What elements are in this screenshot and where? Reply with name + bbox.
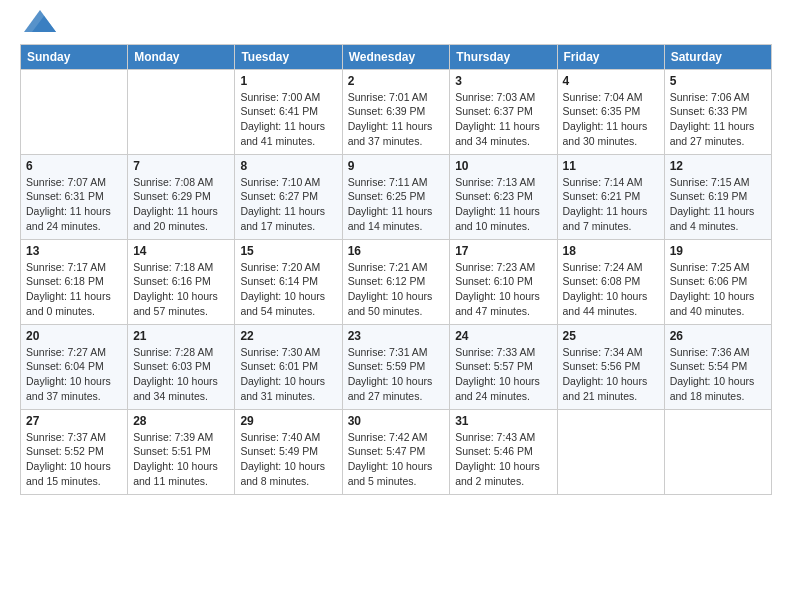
day-info: Sunrise: 7:27 AM Sunset: 6:04 PM Dayligh… [26, 345, 122, 404]
day-number: 5 [670, 74, 766, 88]
calendar-cell: 20Sunrise: 7:27 AM Sunset: 6:04 PM Dayli… [21, 324, 128, 409]
day-number: 27 [26, 414, 122, 428]
day-number: 25 [563, 329, 659, 343]
calendar-cell: 17Sunrise: 7:23 AM Sunset: 6:10 PM Dayli… [450, 239, 557, 324]
weekday-header: Tuesday [235, 44, 342, 69]
weekday-header: Saturday [664, 44, 771, 69]
day-info: Sunrise: 7:06 AM Sunset: 6:33 PM Dayligh… [670, 90, 766, 149]
calendar-cell: 31Sunrise: 7:43 AM Sunset: 5:46 PM Dayli… [450, 409, 557, 494]
day-info: Sunrise: 7:14 AM Sunset: 6:21 PM Dayligh… [563, 175, 659, 234]
day-info: Sunrise: 7:30 AM Sunset: 6:01 PM Dayligh… [240, 345, 336, 404]
day-number: 11 [563, 159, 659, 173]
day-number: 12 [670, 159, 766, 173]
calendar-cell: 4Sunrise: 7:04 AM Sunset: 6:35 PM Daylig… [557, 69, 664, 154]
day-number: 23 [348, 329, 445, 343]
day-number: 13 [26, 244, 122, 258]
day-info: Sunrise: 7:34 AM Sunset: 5:56 PM Dayligh… [563, 345, 659, 404]
calendar-cell: 13Sunrise: 7:17 AM Sunset: 6:18 PM Dayli… [21, 239, 128, 324]
calendar-cell [128, 69, 235, 154]
day-number: 15 [240, 244, 336, 258]
day-info: Sunrise: 7:20 AM Sunset: 6:14 PM Dayligh… [240, 260, 336, 319]
calendar-cell: 26Sunrise: 7:36 AM Sunset: 5:54 PM Dayli… [664, 324, 771, 409]
weekday-header: Monday [128, 44, 235, 69]
day-number: 17 [455, 244, 551, 258]
calendar-cell: 19Sunrise: 7:25 AM Sunset: 6:06 PM Dayli… [664, 239, 771, 324]
calendar-cell [664, 409, 771, 494]
calendar-cell: 16Sunrise: 7:21 AM Sunset: 6:12 PM Dayli… [342, 239, 450, 324]
calendar-cell: 3Sunrise: 7:03 AM Sunset: 6:37 PM Daylig… [450, 69, 557, 154]
calendar-week-row: 1Sunrise: 7:00 AM Sunset: 6:41 PM Daylig… [21, 69, 772, 154]
day-number: 26 [670, 329, 766, 343]
day-info: Sunrise: 7:10 AM Sunset: 6:27 PM Dayligh… [240, 175, 336, 234]
day-number: 4 [563, 74, 659, 88]
day-info: Sunrise: 7:00 AM Sunset: 6:41 PM Dayligh… [240, 90, 336, 149]
day-info: Sunrise: 7:01 AM Sunset: 6:39 PM Dayligh… [348, 90, 445, 149]
day-number: 2 [348, 74, 445, 88]
day-info: Sunrise: 7:24 AM Sunset: 6:08 PM Dayligh… [563, 260, 659, 319]
day-number: 29 [240, 414, 336, 428]
calendar-week-row: 20Sunrise: 7:27 AM Sunset: 6:04 PM Dayli… [21, 324, 772, 409]
calendar-cell: 8Sunrise: 7:10 AM Sunset: 6:27 PM Daylig… [235, 154, 342, 239]
calendar-cell: 29Sunrise: 7:40 AM Sunset: 5:49 PM Dayli… [235, 409, 342, 494]
day-info: Sunrise: 7:40 AM Sunset: 5:49 PM Dayligh… [240, 430, 336, 489]
weekday-header: Thursday [450, 44, 557, 69]
calendar-cell: 2Sunrise: 7:01 AM Sunset: 6:39 PM Daylig… [342, 69, 450, 154]
logo [20, 16, 56, 36]
calendar-cell: 23Sunrise: 7:31 AM Sunset: 5:59 PM Dayli… [342, 324, 450, 409]
day-info: Sunrise: 7:25 AM Sunset: 6:06 PM Dayligh… [670, 260, 766, 319]
day-number: 22 [240, 329, 336, 343]
day-info: Sunrise: 7:21 AM Sunset: 6:12 PM Dayligh… [348, 260, 445, 319]
day-number: 20 [26, 329, 122, 343]
calendar-cell: 7Sunrise: 7:08 AM Sunset: 6:29 PM Daylig… [128, 154, 235, 239]
day-number: 18 [563, 244, 659, 258]
day-number: 24 [455, 329, 551, 343]
calendar-cell: 27Sunrise: 7:37 AM Sunset: 5:52 PM Dayli… [21, 409, 128, 494]
logo-icon [24, 10, 56, 32]
header [20, 16, 772, 36]
calendar-cell: 6Sunrise: 7:07 AM Sunset: 6:31 PM Daylig… [21, 154, 128, 239]
day-info: Sunrise: 7:37 AM Sunset: 5:52 PM Dayligh… [26, 430, 122, 489]
day-number: 19 [670, 244, 766, 258]
calendar-cell: 5Sunrise: 7:06 AM Sunset: 6:33 PM Daylig… [664, 69, 771, 154]
day-number: 14 [133, 244, 229, 258]
calendar-cell: 14Sunrise: 7:18 AM Sunset: 6:16 PM Dayli… [128, 239, 235, 324]
day-number: 16 [348, 244, 445, 258]
day-info: Sunrise: 7:15 AM Sunset: 6:19 PM Dayligh… [670, 175, 766, 234]
calendar-table: SundayMondayTuesdayWednesdayThursdayFrid… [20, 44, 772, 495]
day-info: Sunrise: 7:11 AM Sunset: 6:25 PM Dayligh… [348, 175, 445, 234]
day-info: Sunrise: 7:28 AM Sunset: 6:03 PM Dayligh… [133, 345, 229, 404]
day-info: Sunrise: 7:04 AM Sunset: 6:35 PM Dayligh… [563, 90, 659, 149]
weekday-header: Sunday [21, 44, 128, 69]
calendar-cell: 18Sunrise: 7:24 AM Sunset: 6:08 PM Dayli… [557, 239, 664, 324]
day-number: 7 [133, 159, 229, 173]
day-number: 21 [133, 329, 229, 343]
day-number: 1 [240, 74, 336, 88]
day-info: Sunrise: 7:23 AM Sunset: 6:10 PM Dayligh… [455, 260, 551, 319]
calendar-cell: 30Sunrise: 7:42 AM Sunset: 5:47 PM Dayli… [342, 409, 450, 494]
calendar-week-row: 13Sunrise: 7:17 AM Sunset: 6:18 PM Dayli… [21, 239, 772, 324]
calendar-cell: 28Sunrise: 7:39 AM Sunset: 5:51 PM Dayli… [128, 409, 235, 494]
calendar-cell: 12Sunrise: 7:15 AM Sunset: 6:19 PM Dayli… [664, 154, 771, 239]
calendar-cell [557, 409, 664, 494]
day-number: 6 [26, 159, 122, 173]
day-info: Sunrise: 7:43 AM Sunset: 5:46 PM Dayligh… [455, 430, 551, 489]
calendar-week-row: 27Sunrise: 7:37 AM Sunset: 5:52 PM Dayli… [21, 409, 772, 494]
main-container: SundayMondayTuesdayWednesdayThursdayFrid… [0, 0, 792, 505]
calendar-cell: 24Sunrise: 7:33 AM Sunset: 5:57 PM Dayli… [450, 324, 557, 409]
calendar-cell: 21Sunrise: 7:28 AM Sunset: 6:03 PM Dayli… [128, 324, 235, 409]
calendar-cell: 10Sunrise: 7:13 AM Sunset: 6:23 PM Dayli… [450, 154, 557, 239]
day-number: 28 [133, 414, 229, 428]
day-info: Sunrise: 7:07 AM Sunset: 6:31 PM Dayligh… [26, 175, 122, 234]
day-info: Sunrise: 7:03 AM Sunset: 6:37 PM Dayligh… [455, 90, 551, 149]
day-number: 3 [455, 74, 551, 88]
day-info: Sunrise: 7:31 AM Sunset: 5:59 PM Dayligh… [348, 345, 445, 404]
day-info: Sunrise: 7:18 AM Sunset: 6:16 PM Dayligh… [133, 260, 229, 319]
day-info: Sunrise: 7:13 AM Sunset: 6:23 PM Dayligh… [455, 175, 551, 234]
day-number: 31 [455, 414, 551, 428]
day-info: Sunrise: 7:39 AM Sunset: 5:51 PM Dayligh… [133, 430, 229, 489]
day-info: Sunrise: 7:36 AM Sunset: 5:54 PM Dayligh… [670, 345, 766, 404]
day-info: Sunrise: 7:17 AM Sunset: 6:18 PM Dayligh… [26, 260, 122, 319]
calendar-cell: 22Sunrise: 7:30 AM Sunset: 6:01 PM Dayli… [235, 324, 342, 409]
day-info: Sunrise: 7:08 AM Sunset: 6:29 PM Dayligh… [133, 175, 229, 234]
day-info: Sunrise: 7:42 AM Sunset: 5:47 PM Dayligh… [348, 430, 445, 489]
